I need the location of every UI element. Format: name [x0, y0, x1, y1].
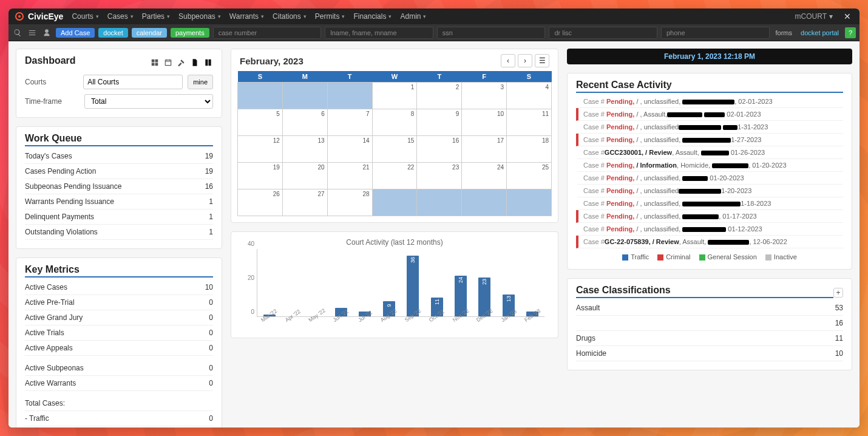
metric-row[interactable]: Active Appeals0 — [25, 341, 213, 356]
calendar-cell[interactable]: 14 — [327, 136, 372, 163]
mine-button[interactable]: mine — [188, 75, 213, 89]
forms-link[interactable]: forms — [773, 29, 795, 36]
calendar-grid[interactable]: SMTWTFS 12345678910111213141516171819202… — [237, 71, 552, 216]
calendar-cell[interactable]: 25 — [507, 163, 552, 189]
calendar-cell[interactable]: 20 — [282, 163, 327, 189]
nav-citations[interactable]: Citations▾ — [273, 12, 307, 21]
recent-case-item[interactable]: Case # Pending, / , unclassified, , 02-0… — [576, 95, 843, 108]
nav-permits[interactable]: Permits▾ — [315, 12, 345, 21]
recent-case-item[interactable]: Case # Pending, / , unclassified 1-31-20… — [576, 121, 843, 134]
list-icon[interactable] — [27, 27, 38, 38]
nav-financials[interactable]: Financials▾ — [353, 12, 392, 21]
metric-row[interactable]: Active Cases10 — [25, 280, 213, 295]
calendar-cell[interactable]: 9 — [417, 109, 462, 136]
calendar-cell[interactable]: 11 — [507, 109, 552, 136]
metric-row[interactable]: 16 — [576, 316, 843, 331]
payments-button[interactable]: payments — [171, 28, 209, 38]
nav-courts[interactable]: Courts▾ — [72, 12, 98, 21]
metric-row[interactable]: Active Subpeonas0 — [25, 361, 213, 376]
calendar-prev-button[interactable]: ‹ — [501, 54, 515, 67]
nav-parties[interactable]: Parties▾ — [142, 12, 170, 21]
metric-row[interactable]: Total Cases: — [25, 396, 213, 411]
calendar-cell[interactable]: 24 — [462, 163, 507, 189]
case-number-input[interactable] — [213, 27, 322, 39]
help-button[interactable]: ? — [845, 27, 856, 38]
recent-case-item[interactable]: Case # Pending, / , Assault, 02-01-2023 — [576, 108, 843, 121]
close-icon[interactable]: ✕ — [841, 12, 853, 21]
calendar-cell[interactable]: 22 — [372, 163, 417, 189]
metric-row[interactable]: Warrants Pending Issuance1 — [25, 194, 213, 209]
calendar-button[interactable]: calendar — [132, 28, 167, 38]
courts-input[interactable] — [83, 75, 183, 89]
calendar-cell[interactable]: 10 — [462, 109, 507, 136]
calendar-cell[interactable]: 26 — [238, 189, 283, 216]
nav-cases[interactable]: Cases▾ — [107, 12, 134, 21]
docket-portal-link[interactable]: docket portal — [798, 29, 841, 36]
calendar-cell[interactable] — [372, 189, 417, 216]
document-icon[interactable] — [190, 58, 200, 67]
metric-row[interactable]: Delinquent Payments1 — [25, 209, 213, 225]
recent-case-item[interactable]: Case # Pending, / Information, Homicide,… — [576, 159, 843, 172]
metric-row[interactable]: - Criminal2 — [25, 426, 213, 427]
recent-case-item[interactable]: Case # Pending, / , unclassified, , 01-1… — [576, 210, 843, 223]
app-name[interactable]: mCOURT▾ — [795, 12, 833, 21]
recent-case-item[interactable]: Case # Pending, / , unclassified1-20-202… — [576, 185, 843, 197]
calendar-cell[interactable]: 27 — [282, 189, 327, 216]
calendar-cell[interactable]: 16 — [417, 136, 462, 163]
metric-row[interactable]: Cases Pending Action19 — [25, 164, 213, 179]
metric-row[interactable]: Outstanding Violations1 — [25, 225, 213, 240]
gavel-icon[interactable] — [177, 58, 186, 67]
calendar-cell[interactable]: 1 — [372, 83, 417, 109]
calendar-cell[interactable]: 13 — [282, 136, 327, 163]
calendar-cell[interactable]: 15 — [372, 136, 417, 163]
calendar-cell[interactable]: 8 — [372, 109, 417, 136]
calendar-cell[interactable]: 17 — [462, 136, 507, 163]
calendar-cell[interactable]: 4 — [507, 83, 552, 109]
calendar-cell[interactable] — [417, 189, 462, 216]
calendar-cell[interactable]: 21 — [327, 163, 372, 189]
metric-row[interactable]: Homicide10 — [576, 346, 843, 361]
recent-case-item[interactable]: Case # Pending, / , unclassified, 01-20-… — [576, 172, 843, 185]
add-classification-button[interactable]: + — [833, 288, 843, 298]
book-icon[interactable] — [203, 58, 213, 67]
calendar-cell[interactable]: 19 — [238, 163, 283, 189]
nav-subpeonas[interactable]: Subpeonas▾ — [178, 12, 221, 21]
name-input[interactable] — [325, 27, 433, 39]
calendar-cell[interactable] — [282, 83, 327, 109]
metric-row[interactable]: Active Pre-Trial0 — [25, 295, 213, 310]
calendar-cell[interactable]: 6 — [282, 109, 327, 136]
metric-row[interactable]: Assault53 — [576, 301, 843, 316]
calendar-cell[interactable]: 12 — [238, 136, 283, 163]
timeframe-select[interactable]: Total — [84, 94, 213, 109]
metric-row[interactable]: Active Grand Jury0 — [25, 310, 213, 325]
calendar-cell[interactable]: 5 — [238, 109, 283, 136]
nav-admin[interactable]: Admin▾ — [400, 12, 426, 21]
recent-case-item[interactable]: Case # Pending, / , unclassified, 01-12-… — [576, 223, 843, 236]
calendar-cell[interactable] — [462, 189, 507, 216]
metric-row[interactable]: Today's Cases19 — [25, 149, 213, 164]
calendar-cell[interactable]: 28 — [327, 189, 372, 216]
calendar-next-button[interactable]: › — [518, 54, 532, 67]
calendar-list-button[interactable]: ☰ — [535, 54, 549, 67]
recent-case-item[interactable]: Case # Pending, / , unclassified, 1-18-2… — [576, 197, 843, 210]
user-icon[interactable] — [41, 27, 52, 38]
recent-case-item[interactable]: Case #GCC230001, / Review, Assault, 01-2… — [576, 146, 843, 159]
dr-lisc-input[interactable] — [549, 27, 657, 39]
recent-case-item[interactable]: Case #GC-22-075839, / Review, Assault, ,… — [576, 236, 843, 248]
add-case-button[interactable]: Add Case — [56, 28, 95, 38]
ssn-input[interactable] — [437, 27, 546, 39]
metric-row[interactable]: Subpeonas Pending Issuance16 — [25, 179, 213, 194]
recent-case-item[interactable]: Case # Pending, / , unclassified, 1-27-2… — [576, 134, 843, 146]
calendar-cell[interactable]: 18 — [507, 136, 552, 163]
phone-input[interactable] — [661, 27, 770, 39]
metric-row[interactable]: Drugs11 — [576, 331, 843, 346]
metric-row[interactable]: Active Warrants0 — [25, 376, 213, 391]
grid-icon[interactable] — [150, 58, 160, 67]
calendar-cell[interactable]: 2 — [417, 83, 462, 109]
metric-row[interactable]: - Traffic0 — [25, 411, 213, 426]
calendar-icon[interactable] — [163, 58, 173, 67]
calendar-cell[interactable] — [327, 83, 372, 109]
calendar-cell[interactable]: 3 — [462, 83, 507, 109]
calendar-cell[interactable] — [238, 83, 283, 109]
calendar-cell[interactable]: 7 — [327, 109, 372, 136]
